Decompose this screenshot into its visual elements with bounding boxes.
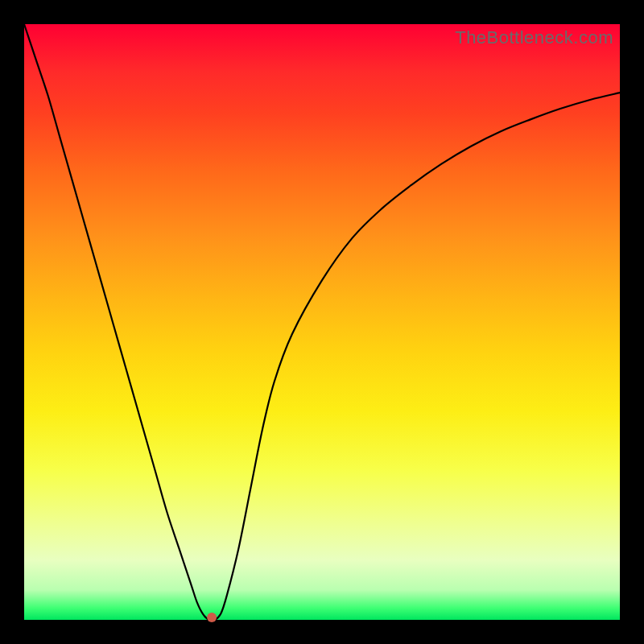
chart-frame: TheBottleneck.com [0, 0, 644, 644]
chart-svg [24, 24, 620, 620]
min-marker [207, 613, 217, 622]
watermark-text: TheBottleneck.com [455, 27, 613, 48]
bottleneck-curve [24, 24, 620, 621]
plot-area: TheBottleneck.com [24, 24, 620, 620]
